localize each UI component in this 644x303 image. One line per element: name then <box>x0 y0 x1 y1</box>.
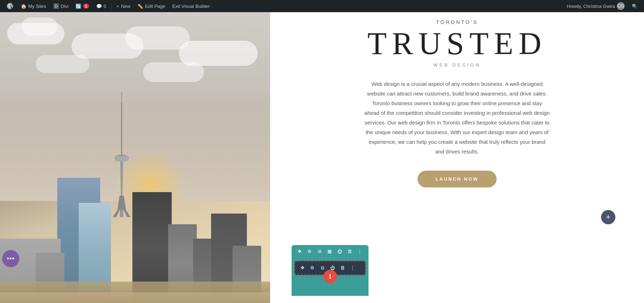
divi-icon: D <box>53 3 59 9</box>
trash-icon-outer[interactable]: 🗑 <box>346 248 353 255</box>
comments-count: 0 <box>104 4 106 9</box>
description-text: Web design is a crucial aspect of any mo… <box>364 79 550 156</box>
svg-marker-7 <box>113 210 119 217</box>
page-wrapper: ••• Toronto's TRUSTED WEB DESIGN Web des… <box>0 12 644 303</box>
cloud-7 <box>143 62 204 82</box>
divi-outer-toolbar-panel: ✥ ⚙ ⧉ ▦ ⏻ 🗑 ⋮ ✥ ⚙ ⧉ ⏻ 🗑 ⋮ <box>292 245 369 296</box>
add-section-button[interactable]: + <box>601 210 615 224</box>
plus-icon: + <box>117 4 119 9</box>
greeting-link[interactable]: Howdy, Christina Gwira CG <box>564 0 628 12</box>
grid-icon-outer[interactable]: ▦ <box>326 248 333 255</box>
avatar: CG <box>617 2 625 10</box>
svg-rect-4 <box>115 156 128 161</box>
cloud-6 <box>36 55 89 73</box>
search-button[interactable]: 🔍 <box>629 0 640 12</box>
admin-bar: 🏠 My Sites D Divi 🔄 1 💬 0 + New ✏️ Edit … <box>0 0 644 12</box>
wordpress-logo-link[interactable] <box>4 0 16 12</box>
my-sites-label: My Sites <box>28 4 46 9</box>
cloud-2 <box>21 18 57 35</box>
trash-icon-inner[interactable]: 🗑 <box>339 264 346 272</box>
power-icon-outer[interactable]: ⏻ <box>336 248 343 255</box>
plus-icon: + <box>606 212 611 222</box>
water-reflection <box>0 292 270 303</box>
exit-visual-builder-link[interactable]: Exit Visual Builder <box>170 0 213 12</box>
dots-icon: ••• <box>7 255 15 263</box>
svg-marker-5 <box>120 162 123 196</box>
cn-tower <box>107 92 136 217</box>
greeting-text: Howdy, Christina Gwira <box>567 4 615 9</box>
exit-builder-label: Exit Visual Builder <box>172 4 210 9</box>
edit-page-label: Edit Page <box>145 4 165 9</box>
separator-1 <box>111 3 112 10</box>
svg-marker-8 <box>124 210 131 217</box>
move-icon-outer[interactable]: ✥ <box>296 248 303 255</box>
divi-link[interactable]: D Divi <box>50 0 72 12</box>
duplicate-icon-outer[interactable]: ⧉ <box>316 248 323 255</box>
search-icon: 🔍 <box>632 4 638 9</box>
home-icon: 🏠 <box>21 4 26 9</box>
updates-count: 1 <box>83 4 89 9</box>
cloud-4 <box>125 26 190 50</box>
admin-bar-right: Howdy, Christina Gwira CG 🔍 <box>564 0 640 12</box>
refresh-icon: 🔄 <box>75 4 81 9</box>
divi-label: Divi <box>61 4 69 9</box>
launch-now-button[interactable]: LAUNCH NOW <box>418 171 496 187</box>
hero-image: ••• <box>0 12 270 303</box>
duplicate-icon-inner[interactable]: ⧉ <box>319 264 326 272</box>
number-badge: 1 <box>323 270 337 283</box>
more-icon-inner[interactable]: ⋮ <box>349 264 356 272</box>
settings-icon-outer[interactable]: ⚙ <box>306 248 313 255</box>
edit-page-link[interactable]: ✏️ Edit Page <box>135 0 168 12</box>
wordpress-icon <box>6 3 14 10</box>
settings-icon-inner[interactable]: ⚙ <box>309 264 316 272</box>
move-icon-inner[interactable]: ✥ <box>299 264 306 272</box>
new-link[interactable]: + New <box>114 0 133 12</box>
divi-inner-toolbar: ✥ ⚙ ⧉ ⏻ 🗑 ⋮ 1 <box>294 261 366 275</box>
pencil-icon: ✏️ <box>137 4 143 9</box>
updates-link[interactable]: 🔄 1 <box>73 0 92 12</box>
section-label: WEB DESIGN <box>433 62 481 68</box>
svg-marker-6 <box>117 196 126 210</box>
divi-outer-toolbar: ✥ ⚙ ⧉ ▦ ⏻ 🗑 ⋮ <box>292 245 369 258</box>
my-sites-link[interactable]: 🏠 My Sites <box>18 0 49 12</box>
content-panel: Toronto's TRUSTED WEB DESIGN Web design … <box>270 12 644 303</box>
more-icon-outer[interactable]: ⋮ <box>356 248 363 255</box>
comment-icon: 💬 <box>96 4 102 9</box>
purple-dots-button[interactable]: ••• <box>2 250 19 267</box>
svg-marker-9 <box>120 210 123 217</box>
subtitle-text: Toronto's <box>436 19 478 25</box>
comments-link[interactable]: 💬 0 <box>93 0 109 12</box>
new-label: New <box>121 4 130 9</box>
main-title: TRUSTED <box>367 28 547 59</box>
